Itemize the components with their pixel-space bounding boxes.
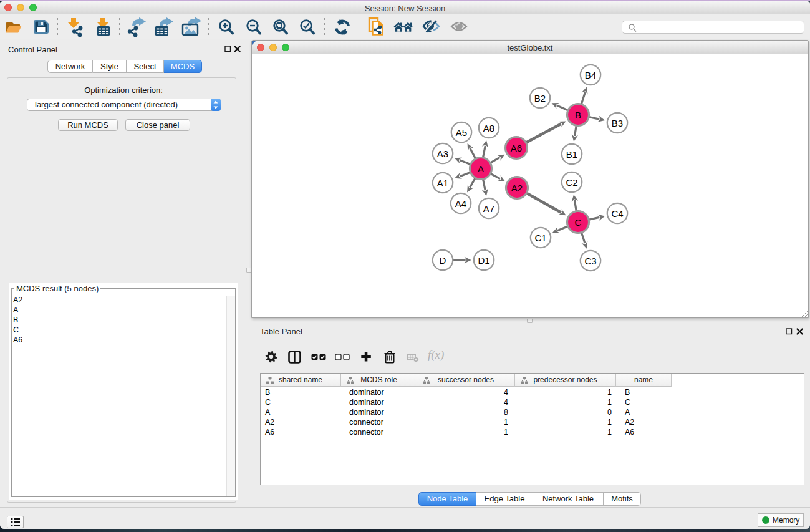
svg-text:A6: A6 <box>511 143 522 153</box>
svg-text:C2: C2 <box>566 177 577 188</box>
svg-text:B3: B3 <box>612 118 623 128</box>
svg-text:A3: A3 <box>437 148 448 159</box>
svg-text:C: C <box>575 217 582 228</box>
svg-text:A4: A4 <box>455 198 466 209</box>
svg-text:A2: A2 <box>511 183 523 193</box>
svg-text:A5: A5 <box>456 127 467 138</box>
svg-text:D1: D1 <box>478 255 489 266</box>
svg-text:C4: C4 <box>611 208 623 219</box>
svg-text:D: D <box>440 255 446 266</box>
svg-text:C1: C1 <box>534 233 546 243</box>
svg-text:A1: A1 <box>437 178 448 188</box>
svg-text:A7: A7 <box>483 203 494 214</box>
svg-text:B1: B1 <box>566 149 577 160</box>
svg-text:A: A <box>478 163 484 174</box>
svg-text:C3: C3 <box>584 256 596 266</box>
svg-text:B2: B2 <box>534 93 546 104</box>
svg-text:A8: A8 <box>483 123 494 133</box>
svg-text:B4: B4 <box>585 70 596 80</box>
svg-text:B: B <box>575 110 581 120</box>
